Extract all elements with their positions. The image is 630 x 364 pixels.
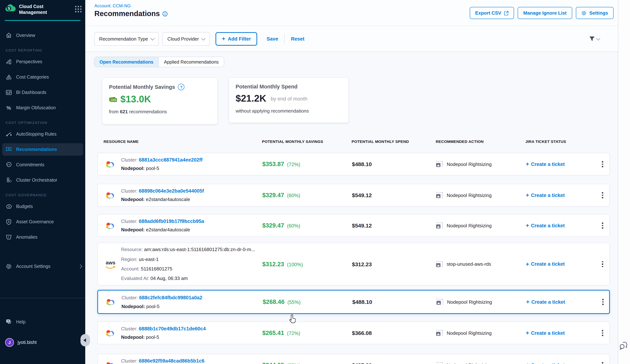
row-menu-kebab[interactable] [600, 361, 604, 364]
percent-icon: % [6, 104, 12, 111]
module-accent-rule [5, 20, 80, 21]
action-label: stop-unused-aws-rds [447, 261, 491, 267]
column-header-savings: POTENTIAL MONTHLY SAVINGS [262, 139, 323, 144]
export-csv-button[interactable]: Export CSV [470, 7, 514, 19]
breadcrumb-account[interactable]: Account: CCM-NG [94, 3, 131, 8]
sidebar-item-budgets[interactable]: $ Budgets [0, 199, 85, 214]
sidebar-item-label: Margin Obfuscation [16, 105, 56, 110]
section-label-cost-optimization: COST OPTIMIZATION [6, 120, 85, 126]
home-icon [6, 32, 12, 38]
table-row[interactable]: Cluster: 6888b1c70e49db17c1de60c4 Nodepo… [97, 322, 610, 344]
app-logo-row[interactable]: $ Cloud Cost Management [0, 0, 85, 15]
bar-chart-icon [6, 58, 12, 65]
table-row-selected[interactable]: Cluster: 688c2fefc84fbdc99801a0a2 Nodepo… [97, 290, 610, 314]
bucket-alert-icon: ! [6, 234, 12, 240]
create-ticket-link[interactable]: +Create a ticket [526, 299, 565, 305]
sidebar-item-label: BI Dashboards [16, 90, 46, 95]
row-menu-kebab[interactable] [600, 260, 604, 269]
add-filter-button[interactable]: + Add Filter [216, 32, 257, 45]
action-label: Nodepool Rightsizing [447, 362, 492, 364]
cluster-link[interactable]: 6888b1c70e49db17c1de60c4 [139, 326, 206, 332]
row-menu-kebab[interactable] [600, 329, 604, 338]
sidebar-item-anomalies[interactable]: ! Anomalies [0, 229, 85, 245]
card-title: Potential Monthly Spend [236, 84, 298, 90]
create-ticket-link[interactable]: +Create a ticket [526, 362, 565, 364]
sidebar-item-asset-governance[interactable]: $ Asset Governance [0, 214, 85, 229]
info-icon[interactable] [162, 11, 168, 16]
create-ticket-link[interactable]: +Create a ticket [526, 222, 565, 228]
funnel-icon [589, 36, 595, 41]
svg-text:!: ! [8, 235, 9, 239]
rightsizing-icon [436, 261, 443, 267]
savings-percent: (100%) [287, 262, 303, 267]
create-ticket-link[interactable]: +Create a ticket [526, 261, 565, 267]
sidebar-nav: Overview COST REPORTING Perspectives Cos… [0, 28, 85, 350]
cloud-provider-dropdown[interactable]: Cloud Provider [162, 32, 210, 45]
column-header-resource: RESOURCE NAME [104, 139, 139, 144]
gear-icon [6, 263, 12, 270]
gcp-icon [106, 298, 114, 305]
collapse-arrow-icon [83, 339, 86, 342]
row-menu-kebab[interactable] [600, 221, 604, 230]
cluster-link[interactable]: 6881a3ccc887941a4ee202ff [139, 157, 202, 163]
chat-bubbles-icon[interactable] [619, 342, 628, 350]
tab-applied-recommendations[interactable]: Applied Recommendations [159, 57, 224, 67]
potential-monthly-savings-card: Potential Monthly Savings ? $13.0K from … [102, 77, 218, 124]
column-header-spend: POTENTIAL MONTHLY SPEND [352, 139, 409, 144]
row-menu-kebab[interactable] [600, 160, 604, 169]
sidebar-item-account-settings[interactable]: Account Settings [0, 259, 85, 274]
app-switcher-grid-icon[interactable] [75, 6, 82, 12]
savings-percent: (60%) [287, 193, 300, 198]
create-ticket-link[interactable]: +Create a ticket [526, 330, 565, 336]
svg-text:?: ? [7, 320, 9, 323]
savings-percent: (57%) [287, 363, 300, 364]
tab-open-recommendations[interactable]: Open Recommendations [94, 57, 159, 67]
cluster-link[interactable]: 688c2fefc84fbdc99801a0a2 [139, 295, 202, 300]
cluster-link[interactable]: 688add6fb019b17f9bccb95a [139, 218, 204, 224]
help-icon[interactable]: ? [178, 84, 184, 90]
filter-panel-toggle[interactable] [589, 36, 600, 41]
manage-ignore-list-button[interactable]: Manage Ignore List [518, 7, 572, 19]
cluster-link[interactable]: 6886e92f59a48cad86b5b1c6 [139, 358, 204, 364]
page-header: Account: CCM-NG Recommendations Export C… [85, 0, 618, 26]
settings-button[interactable]: Settings [576, 7, 614, 19]
table-row[interactable]: Cluster: 6881a3ccc887941a4ee202ff Nodepo… [97, 153, 610, 176]
row-menu-kebab[interactable] [601, 298, 605, 306]
sidebar-item-overview[interactable]: Overview [0, 28, 85, 43]
row-menu-kebab[interactable] [600, 191, 604, 200]
table-row[interactable]: aws Resource: arn:aws:rds:us-east-1:5116… [97, 243, 610, 285]
create-ticket-link[interactable]: +Create a ticket [526, 161, 565, 167]
save-filter-link[interactable]: Save [267, 36, 278, 41]
user-name: jyoti.bisht [18, 340, 36, 345]
sidebar-collapse-handle[interactable] [80, 334, 90, 347]
table-row[interactable]: Cluster: 688add6fb019b17f9bccb95a Nodepo… [97, 214, 610, 237]
sidebar-item-autostopping-rules[interactable]: AutoStopping Rules [0, 126, 85, 142]
sidebar-item-commitments[interactable]: Commitments [0, 157, 85, 172]
sidebar-item-margin-obfuscation[interactable]: % Margin Obfuscation [0, 100, 85, 115]
sidebar-item-cluster-orchestrator[interactable]: Cluster Orchestrator [0, 172, 85, 188]
action-label: Nodepool Rightsizing [447, 330, 492, 336]
gcp-icon [106, 192, 114, 199]
cluster-link[interactable]: 68898c064e3e2ba0e544005f [139, 188, 204, 194]
sidebar-item-help[interactable]: ? Help [0, 314, 85, 330]
sidebar-item-bi-dashboards[interactable]: BI Dashboards [0, 85, 85, 100]
sidebar-item-label: Perspectives [16, 59, 42, 64]
table-row[interactable]: Cluster: 6886e92f59a48cad86b5b1c6 $244.0… [97, 354, 610, 364]
recommendation-type-dropdown[interactable]: Recommendation Type [94, 32, 159, 45]
table-row[interactable]: Cluster: 68898c064e3e2ba0e544005f Nodepo… [97, 184, 610, 206]
sidebar-item-perspectives[interactable]: Perspectives [0, 54, 85, 69]
svg-text:$: $ [8, 205, 10, 208]
reset-filter-link[interactable]: Reset [291, 36, 304, 41]
create-ticket-link[interactable]: +Create a ticket [526, 192, 565, 198]
avatar: J [5, 338, 14, 347]
section-label-cost-governance: COST GOVERNANCE [6, 193, 85, 199]
chevron-right-icon [78, 264, 82, 268]
spend-value: $549.12 [352, 192, 372, 198]
sidebar-item-recommendations[interactable]: Recommendations [2, 143, 83, 156]
filter-divider [284, 34, 285, 43]
piggy-bank-icon: $ [6, 203, 12, 210]
sidebar-item-cost-categories[interactable]: Cost Categories [0, 69, 85, 85]
user-menu[interactable]: J jyoti.bisht [0, 335, 85, 350]
rightsizing-icon [436, 330, 443, 336]
gcp-icon [106, 330, 114, 336]
